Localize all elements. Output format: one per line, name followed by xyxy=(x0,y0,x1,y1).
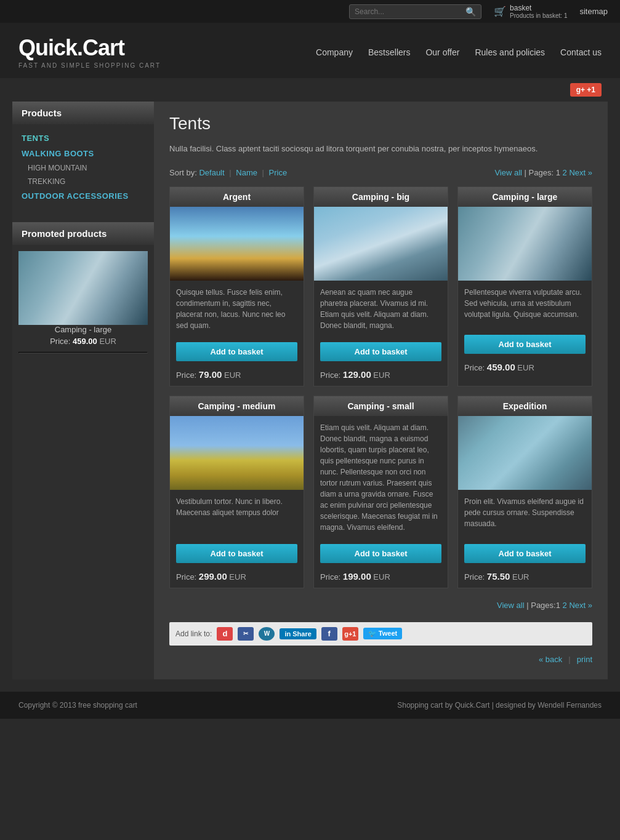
bottom-view-all[interactable]: View all xyxy=(497,601,525,610)
twitter-button[interactable]: 🐦 Tweet xyxy=(363,628,402,639)
search-input[interactable] xyxy=(355,7,465,16)
product-card-camping-large: Camping - large Pellentesque viverra vul… xyxy=(457,186,592,386)
page-1: 1 xyxy=(556,168,560,177)
price-value: 75.50 xyxy=(487,571,510,582)
sort-price[interactable]: Price xyxy=(269,168,288,177)
promoted-thumb xyxy=(18,251,148,325)
product-name: Camping - small xyxy=(314,396,448,416)
page-title: Tents xyxy=(169,114,592,134)
price-currency: EUR xyxy=(229,572,246,582)
sitemap-link[interactable]: sitemap xyxy=(579,7,608,16)
nav-rules[interactable]: Rules and policies xyxy=(475,47,545,57)
back-print-sep: | xyxy=(568,655,570,664)
product-thumb xyxy=(458,207,592,281)
bottom-page-1: 1 xyxy=(556,601,560,610)
price-currency: EUR xyxy=(373,572,390,582)
next-link[interactable]: Next » xyxy=(569,168,592,177)
price-value: 129.00 xyxy=(343,369,371,380)
search-box[interactable]: 🔍 xyxy=(349,4,481,19)
product-price: Price: 459.00 EUR xyxy=(458,359,592,378)
social-label: Add link to: xyxy=(175,630,212,638)
product-card-camping-small: Camping - small Etiam quis velit. Aliqua… xyxy=(313,396,448,588)
product-grid: Argent Quisque tellus. Fusce felis enim,… xyxy=(169,186,592,588)
promoted-price-value: 459.00 xyxy=(73,337,97,346)
price-value: 199.00 xyxy=(343,571,371,582)
logo-area: Quick.Cart FAST AND SIMPLE SHOPPING CART xyxy=(18,35,161,69)
price-currency: EUR xyxy=(373,370,390,380)
basket-area: 🛒 basket Products in basket: 1 xyxy=(494,4,567,19)
sidebar-item-walking-boots[interactable]: WALKING BOOTS xyxy=(12,146,154,161)
product-desc: Quisque tellus. Fusce felis enim, condim… xyxy=(170,281,304,337)
nav-our-offer[interactable]: Our offer xyxy=(425,47,459,57)
sidebar-item-tents[interactable]: TENTS xyxy=(12,130,154,146)
header: Quick.Cart FAST AND SIMPLE SHOPPING CART… xyxy=(0,23,620,78)
promoted-currency: EUR xyxy=(99,337,116,346)
back-link[interactable]: « back xyxy=(539,655,562,664)
add-to-basket-button[interactable]: Add to basket xyxy=(464,335,586,354)
add-to-basket-button[interactable]: Add to basket xyxy=(320,342,441,361)
page-2-link[interactable]: 2 xyxy=(563,168,567,177)
product-name: Camping - medium xyxy=(170,396,304,416)
gplus-share-button[interactable]: g+1 xyxy=(342,627,358,641)
basket-icon: 🛒 xyxy=(494,6,506,17)
nav-company[interactable]: Company xyxy=(316,47,353,57)
facebook-button[interactable]: f xyxy=(321,627,337,641)
product-name: Expedition xyxy=(458,396,592,416)
product-thumb xyxy=(314,207,448,281)
price-currency: EUR xyxy=(517,363,534,372)
gplus-button[interactable]: g+ +1 xyxy=(570,83,602,97)
bottom-next[interactable]: Next » xyxy=(569,601,592,610)
add-to-basket-button[interactable]: Add to basket xyxy=(320,544,441,563)
nav-bestsellers[interactable]: Bestsellers xyxy=(368,47,410,57)
price-value: 299.00 xyxy=(199,571,227,582)
add-to-basket-button[interactable]: Add to basket xyxy=(176,544,297,563)
basket-count: Products in basket: 1 xyxy=(510,12,567,19)
pages-label: Pages: xyxy=(529,168,554,177)
linkedin-button[interactable]: in Share xyxy=(280,628,316,639)
tagline: FAST AND SIMPLE SHOPPING CART xyxy=(18,62,161,69)
sidebar-item-outdoor[interactable]: OUTDOOR ACCESSORIES xyxy=(12,188,154,204)
price-value: 79.00 xyxy=(199,369,222,380)
sidebar-item-trekking[interactable]: TREKKING xyxy=(12,175,154,188)
promoted-product[interactable]: Camping - large Price: 459.00 EUR xyxy=(12,245,154,352)
price-value: 459.00 xyxy=(487,362,515,372)
product-desc: Aenean ac quam nec augue pharetra placer… xyxy=(314,281,448,337)
product-price: Price: 75.50 EUR xyxy=(458,568,592,588)
logo: Quick.Cart xyxy=(18,35,161,61)
footer: Copyright © 2013 free shopping cart Shop… xyxy=(0,692,620,719)
sort-name[interactable]: Name xyxy=(236,168,257,177)
add-to-basket-button[interactable]: Add to basket xyxy=(464,544,586,563)
product-price: Price: 129.00 EUR xyxy=(314,366,448,386)
view-all-link[interactable]: View all xyxy=(494,168,522,177)
bottom-pagination: View all | Pages: 1 2 Next » xyxy=(169,601,592,610)
sidebar-item-high-mountain[interactable]: HIGH MOUNTAIN xyxy=(12,161,154,175)
promoted-price: Price: 459.00 EUR xyxy=(18,337,148,346)
promoted-price-label: Price: xyxy=(50,337,70,346)
nav-contact[interactable]: Contact us xyxy=(560,47,602,57)
wordpress-button[interactable]: W xyxy=(259,627,275,641)
product-area: Tents Nulla facilisi. Class aptent tacit… xyxy=(154,102,608,679)
sort-default[interactable]: Default xyxy=(199,168,224,177)
sort-bar: Sort by: Default | Name | Price View all… xyxy=(169,168,592,177)
bottom-page-2[interactable]: 2 xyxy=(563,601,567,610)
promoted-section: Promoted products Camping - large Price:… xyxy=(12,222,154,353)
product-card-argent: Argent Quisque tellus. Fusce felis enim,… xyxy=(169,186,304,386)
product-thumb xyxy=(458,416,592,490)
search-icon[interactable]: 🔍 xyxy=(465,7,476,17)
top-pagination: View all | Pages: 1 2 Next » xyxy=(494,168,592,177)
price-currency: EUR xyxy=(224,370,241,380)
add-to-basket-button[interactable]: Add to basket xyxy=(176,342,297,361)
back-print-bar: « back | print xyxy=(169,652,592,667)
top-bar: 🔍 🛒 basket Products in basket: 1 sitemap xyxy=(0,0,620,23)
digg-button[interactable]: d xyxy=(217,627,233,641)
product-price: Price: 79.00 EUR xyxy=(170,366,304,386)
product-thumb xyxy=(170,416,304,490)
price-currency: EUR xyxy=(512,572,529,582)
footer-credit: Shopping cart by Quick.Cart | designed b… xyxy=(397,701,602,710)
basket-label: basket xyxy=(510,4,567,12)
delicious-button[interactable]: ✂ xyxy=(238,627,254,641)
sort-label: Sort by: xyxy=(169,168,197,177)
product-desc-only: Etiam quis velit. Aliquam at diam. Donec… xyxy=(314,416,448,539)
print-link[interactable]: print xyxy=(577,655,592,664)
product-desc: Proin elit. Vivamus eleifend augue id pe… xyxy=(458,490,592,539)
